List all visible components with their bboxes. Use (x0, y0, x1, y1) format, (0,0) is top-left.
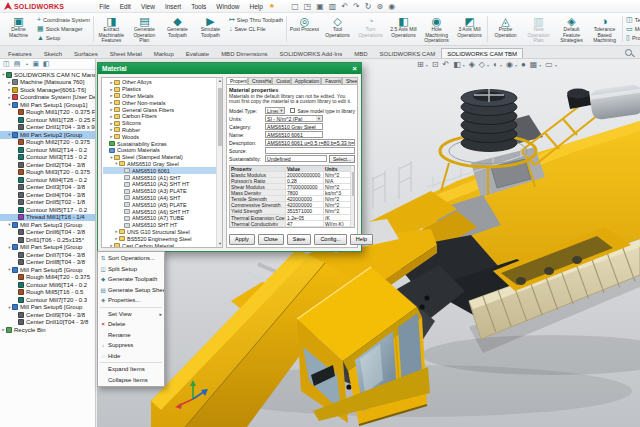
config-button[interactable]: Config... (314, 234, 346, 245)
tree-item-center-drill6-t04-3-8[interactable]: Center Drill6[T04 - 3/8 (0, 229, 95, 237)
context-menu-rename[interactable]: Rename (98, 330, 164, 341)
ribbon-button-setup[interactable]: ▲Setup (37, 34, 90, 42)
sustainability-select-button[interactable]: Select... (329, 155, 355, 163)
menu-window[interactable]: Window (215, 3, 240, 10)
material-item-steel-stamped-material[interactable]: ▾Steel (Stamped Material) (103, 154, 216, 161)
tab-solidworks-cam-tbm[interactable]: SOLIDWORKS CAM TBM (441, 48, 523, 58)
hide-show-items-icon[interactable]: ◉ (506, 60, 513, 70)
menu-insert[interactable]: Insert (164, 3, 182, 10)
ribbon-button-message-window[interactable]: ▭Message Window (626, 25, 640, 33)
tree-item-contour-mill4-t26-0-2[interactable]: Contour Mill4[T26 - 0.2 (0, 176, 95, 184)
context-menu-suppress[interactable]: ↓Suppress (98, 340, 164, 351)
material-item-sustainability-extras[interactable]: Sustainability Extras (103, 140, 216, 147)
chevron-down-icon[interactable]: ▾ (515, 63, 517, 68)
ribbon-button-process-manager[interactable]: ▯Process Manager (626, 34, 640, 42)
tab-solidworks-cam[interactable]: SOLIDWORKS CAM (374, 48, 442, 58)
help-button[interactable]: Help (350, 234, 373, 245)
save-button[interactable]: Save (287, 234, 312, 245)
print-icon[interactable]: ▥ (329, 2, 337, 11)
table-row[interactable]: Thermal Conductivity47W/(m·K) (230, 221, 350, 227)
material-item-ams6510-a4-sht[interactable]: AMS6510 (A4) SHT (103, 195, 216, 202)
tree-item-machine-matsuura-760[interactable]: ▸Machine [Matsuura 760] (0, 79, 95, 87)
material-item-silicons[interactable]: ▸Silicons (103, 120, 216, 127)
ribbon-button-simulate-toolpath[interactable]: ▶Simulate Toolpath (194, 14, 227, 44)
material-dialog-titlebar[interactable]: Material × (98, 63, 361, 74)
menu-view[interactable]: View (140, 3, 156, 10)
material-item-custom-materials[interactable]: Custom Materials (103, 147, 216, 154)
options-icon[interactable]: ⊛ (377, 2, 384, 11)
save-model-type-checkbox[interactable]: Save model type in library (290, 108, 355, 114)
ribbon-button-stock-manager[interactable]: ▦Stock Manager (37, 25, 90, 33)
context-menu-generate-toolpath[interactable]: ◆Generate Toolpath (98, 274, 164, 285)
material-item-ams6510-gray-steel[interactable]: ▾AMS6510 Gray Steel (103, 161, 216, 168)
configurations-icon[interactable]: ▤ (14, 60, 21, 68)
tree-item-center-drill8-t04-3-8[interactable]: Center Drill8[T04 - 3/8 (0, 259, 95, 267)
tab-mbd-dimensions[interactable]: MBD Dimensions (215, 48, 273, 58)
units-select[interactable]: SI - N/m^2 (Pa) (265, 115, 323, 122)
material-item-cast-carbon-material[interactable]: ▸Cast Carbon Material (103, 242, 216, 247)
tree-item-solidworks-cam-nc-manager[interactable]: ▾SOLIDWORKS CAM NC Manager (0, 71, 95, 79)
tree-item-mill-part-setup3-group[interactable]: ▾Mill Part Setup3 [Group (0, 221, 95, 229)
chevron-down-icon[interactable]: ▾ (426, 63, 428, 68)
material-tree-scrollbar[interactable]: ▲ ▼ (216, 78, 222, 247)
tree-item-mill-part-setup2-group[interactable]: ▾Mill Part Setup2 [Group (0, 131, 95, 139)
ribbon-button-probe-operation[interactable]: ◬Probe Operation (489, 14, 522, 44)
undo-icon[interactable]: ↶ (341, 2, 348, 11)
tree-item-contour-mill7-t20-0-3[interactable]: Contour Mill7[T20 - 0.3 (0, 296, 95, 304)
tree-item-mill-part-setup4-group[interactable]: ▾Mill Part Setup4 [Group (0, 244, 95, 252)
chevron-down-icon[interactable]: ▾ (487, 63, 489, 68)
material-item-bs5520-engineering-steel[interactable]: ▸BS5520 Engineering Steel (103, 235, 216, 242)
material-item-ams6510-a6-sht-ht[interactable]: AMS6510 (A6) SHT HT (103, 208, 216, 215)
tree-item-center-drill9-t04-3-8[interactable]: Center Drill9[T04 - 3/8 (0, 311, 95, 319)
context-menu-split-setup[interactable]: ◫Split Setup (98, 264, 164, 275)
previous-view-icon[interactable]: ↶ (442, 60, 449, 70)
model-type-select[interactable]: Linear Elastic Isotropic (265, 107, 285, 114)
material-item-other-non-metals[interactable]: ▸Other Non-metals (103, 99, 216, 106)
tab-evaluate[interactable]: Evaluate (180, 48, 215, 58)
tree-item-thread-mill1-t16-1-4[interactable]: Thread Mill1[T16 - 1/4 (0, 214, 95, 222)
material-item-ams6510-sht-ht[interactable]: AMS6510 SHT HT (103, 222, 216, 229)
material-item-ams6510-a7-tube[interactable]: AMS6510 (A7) TUBE (103, 215, 216, 222)
tab-sketch[interactable]: Sketch (38, 48, 68, 58)
context-menu-sort-operations[interactable]: ⇅Sort Operations... (98, 253, 164, 264)
checkbox-icon[interactable] (290, 108, 295, 113)
tree-item-stock-manager-6061-t6[interactable]: ▸Stock Manager[6061-T6] (0, 86, 95, 94)
material-item-rubber[interactable]: ▸Rubber (103, 127, 216, 134)
dynamic-annotation-icon[interactable]: ◈ (469, 60, 475, 70)
tree-item-contour-mill2-t14-0-2[interactable]: Contour Mill2[T14 - 0.2 (0, 146, 95, 154)
tree-item-center-drill7-t04-3-8[interactable]: Center Drill7[T04 - 3/8 (0, 251, 95, 259)
display-manager-icon[interactable]: ▣ (32, 60, 39, 68)
tree-item-mill-part-setup6-group[interactable]: ▾Mill Part Setup6 [Group (0, 304, 95, 312)
chevron-down-icon[interactable]: ▾ (463, 63, 465, 68)
tab-features[interactable]: Features (2, 48, 38, 58)
close-button[interactable]: Close (258, 234, 284, 245)
ribbon-button-tool-operations[interactable]: ◇Tool Operations (321, 14, 354, 44)
menu-help[interactable]: Help (248, 3, 263, 10)
display-settings-icon[interactable]: ◉ (388, 2, 395, 11)
ribbon-button-define-machine[interactable]: ▣Define Machine (2, 14, 35, 44)
tree-item-rough-mill4-t20-0-375[interactable]: Rough Mill4[T20 - 0.375 (0, 274, 95, 282)
tree-item-center-drill1-t04-3-8-x-90de[interactable]: Center Drill1[T04 - 3/8 x 90DE (0, 124, 95, 132)
menu-tools[interactable]: Tools (190, 3, 207, 10)
material-item-ams6510-a2-sht-ht[interactable]: AMS6510 (A2) SHT HT (103, 181, 216, 188)
favorites-star-icon[interactable]: ★ (269, 2, 275, 10)
tree-item-center-drill5-t02-1-8[interactable]: Center Drill5[T02 - 1/8 (0, 199, 95, 207)
tab-mbd[interactable]: MBD (348, 48, 373, 58)
display-style-icon[interactable]: ◐ (493, 60, 498, 70)
apply-scene-icon[interactable]: ▦ (530, 60, 538, 70)
tree-item-mill-part-setup1-group1[interactable]: ▾Mill Part Setup1 [Group1] (0, 101, 95, 109)
ribbon-button-step-thru-toolpath[interactable]: ↦Step Thru Toolpath (229, 16, 283, 24)
cam-tree-icon[interactable]: ◧ (43, 60, 50, 68)
tree-item-recycle-bin[interactable]: ▸Recycle Bin (0, 326, 95, 334)
chevron-down-icon[interactable]: ▾ (500, 63, 502, 68)
material-item-ams6510-a3-plate[interactable]: AMS6510 (A3) PLATE (103, 188, 216, 195)
chevron-down-icon[interactable]: ▾ (555, 63, 557, 68)
context-menu-expand-items[interactable]: Expand Items (98, 364, 164, 375)
scrollbar-thumb[interactable] (218, 88, 222, 146)
zoom-area-icon[interactable]: ⊡ (432, 60, 439, 70)
context-menu-hide[interactable]: ◌Hide (98, 351, 164, 362)
view-settings-icon[interactable]: ▭ (545, 60, 553, 70)
tab-sheet-metal[interactable]: Sheet Metal (104, 48, 148, 58)
tree-item-contour-mill1-t28-0-25-flat[interactable]: Contour Mill1[T28 - 0.25 Flat (0, 116, 95, 124)
table-scrollbar[interactable] (350, 166, 354, 227)
